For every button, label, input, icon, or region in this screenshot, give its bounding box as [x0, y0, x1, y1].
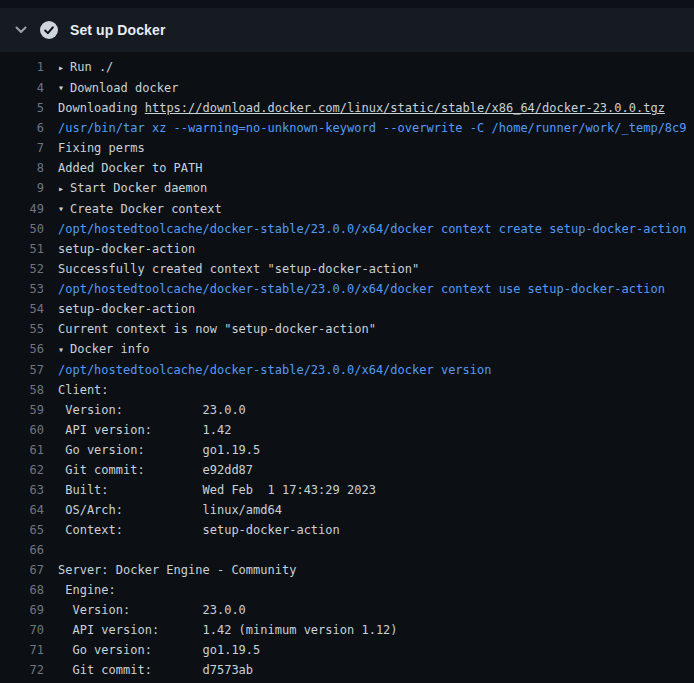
log-line[interactable]: 66: [0, 540, 694, 560]
log-line[interactable]: 67 Server: Docker Engine - Community: [0, 560, 694, 580]
command-text: /opt/hostedtoolcache/docker-stable/23.0.…: [58, 282, 665, 296]
line-number[interactable]: 55: [0, 319, 44, 339]
line-number[interactable]: 9: [0, 178, 44, 199]
collapse-group-icon[interactable]: ▾: [58, 199, 70, 219]
collapse-group-icon[interactable]: ▾: [58, 340, 70, 360]
check-circle-icon: [40, 21, 58, 39]
log-line[interactable]: 70 API version: 1.42 (minimum version 1.…: [0, 620, 694, 640]
line-number[interactable]: 60: [0, 420, 44, 440]
plain-log-text: Fixing perms: [58, 138, 145, 158]
plain-log-text: API version: 1.42: [58, 420, 231, 440]
line-number[interactable]: 7: [0, 138, 44, 158]
chevron-down-icon[interactable]: [14, 23, 28, 37]
group-title: Start Docker daemon: [70, 181, 207, 195]
log-line[interactable]: 71 Go version: go1.19.5: [0, 640, 694, 660]
line-number[interactable]: 51: [0, 239, 44, 259]
log-line[interactable]: 4 ▾Download docker: [0, 78, 694, 99]
line-number[interactable]: 54: [0, 299, 44, 319]
line-content: /usr/bin/tar xz --warning=no-unknown-key…: [58, 118, 687, 138]
log-line[interactable]: 52 Successfully created context "setup-d…: [0, 259, 694, 279]
plain-log-text: Go version: go1.19.5: [58, 440, 260, 460]
plain-log-text: Built: Wed Feb 1 17:43:29 2023: [58, 480, 376, 500]
log-line[interactable]: 65 Context: setup-docker-action: [0, 520, 694, 540]
log-line[interactable]: 50 /opt/hostedtoolcache/docker-stable/23…: [0, 219, 694, 239]
line-number[interactable]: 71: [0, 640, 44, 660]
plain-log-text: Current context is now "setup-docker-act…: [58, 319, 376, 339]
plain-log-text: Added Docker to PATH: [58, 158, 203, 178]
step-log-panel: Set up Docker 1 ▸Run ./ 4 ▾Download dock…: [0, 8, 694, 683]
group-title: Create Docker context: [70, 202, 222, 216]
plain-log-text: Git commit: e92dd87: [58, 460, 253, 480]
log-line[interactable]: 64 OS/Arch: linux/amd64: [0, 500, 694, 520]
line-number[interactable]: 1: [0, 57, 44, 78]
log-line[interactable]: 61 Go version: go1.19.5: [0, 440, 694, 460]
step-header[interactable]: Set up Docker: [0, 8, 694, 52]
line-number[interactable]: 61: [0, 440, 44, 460]
line-number[interactable]: 57: [0, 360, 44, 380]
line-number[interactable]: 4: [0, 78, 44, 99]
log-line[interactable]: 63 Built: Wed Feb 1 17:43:29 2023: [0, 480, 694, 500]
log-line[interactable]: 7 Fixing perms: [0, 138, 694, 158]
plain-log-text: Context: setup-docker-action: [58, 520, 340, 540]
line-number[interactable]: 5: [0, 98, 44, 118]
log-line[interactable]: 6 /usr/bin/tar xz --warning=no-unknown-k…: [0, 118, 694, 138]
collapse-group-icon[interactable]: ▾: [58, 78, 70, 98]
line-number[interactable]: 6: [0, 118, 44, 138]
log-line[interactable]: 54 setup-docker-action: [0, 299, 694, 319]
log-line[interactable]: 1 ▸Run ./: [0, 57, 694, 78]
log-line[interactable]: 62 Git commit: e92dd87: [0, 460, 694, 480]
command-text: /usr/bin/tar xz --warning=no-unknown-key…: [58, 121, 687, 135]
plain-log-text: API version: 1.42 (minimum version 1.12): [58, 620, 398, 640]
expand-group-icon[interactable]: ▸: [58, 179, 70, 199]
line-number[interactable]: 63: [0, 480, 44, 500]
plain-log-text: Version: 23.0.0: [58, 600, 246, 620]
plain-log-text: Version: 23.0.0: [58, 400, 246, 420]
line-number[interactable]: 72: [0, 660, 44, 680]
line-content: /opt/hostedtoolcache/docker-stable/23.0.…: [58, 219, 687, 239]
plain-log-text: Go version: go1.19.5: [58, 640, 260, 660]
log-line[interactable]: 51 setup-docker-action: [0, 239, 694, 259]
log-line[interactable]: 9 ▸Start Docker daemon: [0, 178, 694, 199]
log-line[interactable]: 8 Added Docker to PATH: [0, 158, 694, 178]
plain-log-text: Server: Docker Engine - Community: [58, 560, 296, 580]
log-line[interactable]: 49 ▾Create Docker context: [0, 199, 694, 220]
line-number[interactable]: 52: [0, 259, 44, 279]
log-url-link[interactable]: https://download.docker.com/linux/static…: [145, 101, 665, 115]
line-content: ▾Docker info: [58, 339, 149, 360]
log-lines: 1 ▸Run ./ 4 ▾Download docker 5 Downloadi…: [0, 52, 694, 683]
log-line[interactable]: 59 Version: 23.0.0: [0, 400, 694, 420]
log-line[interactable]: 69 Version: 23.0.0: [0, 600, 694, 620]
line-content: /opt/hostedtoolcache/docker-stable/23.0.…: [58, 360, 491, 380]
line-number[interactable]: 56: [0, 339, 44, 360]
log-line[interactable]: 60 API version: 1.42: [0, 420, 694, 440]
line-number[interactable]: 64: [0, 500, 44, 520]
log-line[interactable]: 68 Engine:: [0, 580, 694, 600]
line-number[interactable]: 69: [0, 600, 44, 620]
line-number[interactable]: 65: [0, 520, 44, 540]
line-number[interactable]: 66: [0, 540, 44, 560]
line-number[interactable]: 50: [0, 219, 44, 239]
log-line[interactable]: 72 Git commit: d7573ab: [0, 660, 694, 680]
line-number[interactable]: 58: [0, 380, 44, 400]
log-line[interactable]: 56 ▾Docker info: [0, 339, 694, 360]
log-line[interactable]: 57 /opt/hostedtoolcache/docker-stable/23…: [0, 360, 694, 380]
line-number[interactable]: 59: [0, 400, 44, 420]
plain-log-text: Engine:: [58, 580, 116, 600]
line-content: ▾Create Docker context: [58, 199, 222, 220]
log-line[interactable]: 55 Current context is now "setup-docker-…: [0, 319, 694, 339]
expand-group-icon[interactable]: ▸: [58, 58, 70, 78]
group-title: Docker info: [70, 342, 149, 356]
log-line[interactable]: 5 Downloading https://download.docker.co…: [0, 98, 694, 118]
line-number[interactable]: 70: [0, 620, 44, 640]
plain-log-text: Client:: [58, 380, 109, 400]
log-line[interactable]: 53 /opt/hostedtoolcache/docker-stable/23…: [0, 279, 694, 299]
line-content: ▾Download docker: [58, 78, 178, 99]
log-line[interactable]: 58 Client:: [0, 380, 694, 400]
line-number[interactable]: 62: [0, 460, 44, 480]
line-number[interactable]: 53: [0, 279, 44, 299]
line-number[interactable]: 8: [0, 158, 44, 178]
line-number[interactable]: 68: [0, 580, 44, 600]
line-number[interactable]: 67: [0, 560, 44, 580]
plain-log-text: OS/Arch: linux/amd64: [58, 500, 282, 520]
line-number[interactable]: 49: [0, 199, 44, 220]
